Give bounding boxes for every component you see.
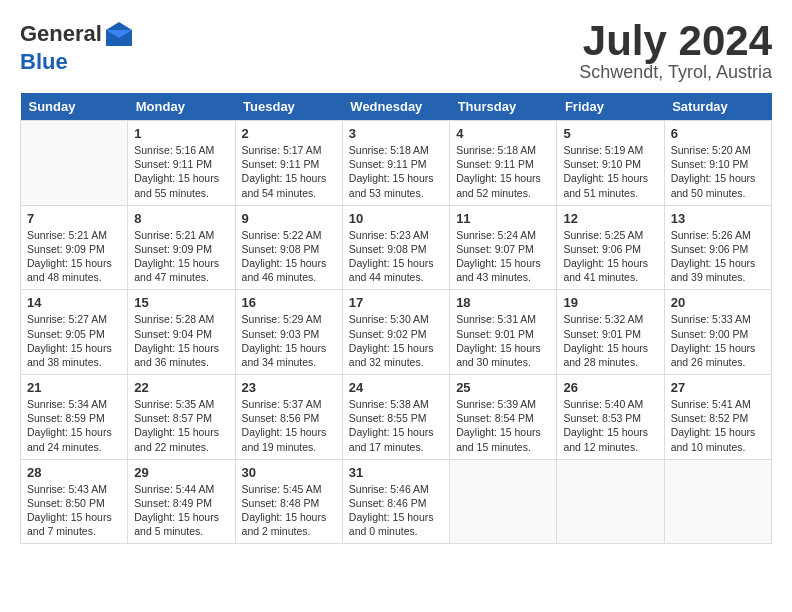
location-text: Schwendt, Tyrol, Austria [579,62,772,83]
table-row: 6Sunrise: 5:20 AMSunset: 9:10 PMDaylight… [664,121,771,206]
day-number: 16 [242,295,336,310]
col-saturday: Saturday [664,93,771,121]
calendar-header-row: Sunday Monday Tuesday Wednesday Thursday… [21,93,772,121]
table-row: 5Sunrise: 5:19 AMSunset: 9:10 PMDaylight… [557,121,664,206]
day-info: Sunrise: 5:27 AMSunset: 9:05 PMDaylight:… [27,312,121,369]
col-wednesday: Wednesday [342,93,449,121]
day-info: Sunrise: 5:25 AMSunset: 9:06 PMDaylight:… [563,228,657,285]
day-number: 12 [563,211,657,226]
day-info: Sunrise: 5:32 AMSunset: 9:01 PMDaylight:… [563,312,657,369]
day-info: Sunrise: 5:30 AMSunset: 9:02 PMDaylight:… [349,312,443,369]
page-header: General Blue July 2024 Schwendt, Tyrol, … [20,20,772,83]
table-row [557,459,664,544]
table-row: 27Sunrise: 5:41 AMSunset: 8:52 PMDayligh… [664,375,771,460]
day-info: Sunrise: 5:21 AMSunset: 9:09 PMDaylight:… [27,228,121,285]
table-row: 25Sunrise: 5:39 AMSunset: 8:54 PMDayligh… [450,375,557,460]
day-info: Sunrise: 5:28 AMSunset: 9:04 PMDaylight:… [134,312,228,369]
col-thursday: Thursday [450,93,557,121]
day-number: 3 [349,126,443,141]
day-info: Sunrise: 5:22 AMSunset: 9:08 PMDaylight:… [242,228,336,285]
day-number: 14 [27,295,121,310]
day-info: Sunrise: 5:45 AMSunset: 8:48 PMDaylight:… [242,482,336,539]
day-info: Sunrise: 5:35 AMSunset: 8:57 PMDaylight:… [134,397,228,454]
day-number: 6 [671,126,765,141]
day-number: 18 [456,295,550,310]
table-row: 31Sunrise: 5:46 AMSunset: 8:46 PMDayligh… [342,459,449,544]
day-info: Sunrise: 5:31 AMSunset: 9:01 PMDaylight:… [456,312,550,369]
day-number: 28 [27,465,121,480]
day-info: Sunrise: 5:20 AMSunset: 9:10 PMDaylight:… [671,143,765,200]
day-info: Sunrise: 5:26 AMSunset: 9:06 PMDaylight:… [671,228,765,285]
day-number: 25 [456,380,550,395]
col-tuesday: Tuesday [235,93,342,121]
table-row: 23Sunrise: 5:37 AMSunset: 8:56 PMDayligh… [235,375,342,460]
table-row: 28Sunrise: 5:43 AMSunset: 8:50 PMDayligh… [21,459,128,544]
table-row: 12Sunrise: 5:25 AMSunset: 9:06 PMDayligh… [557,205,664,290]
day-info: Sunrise: 5:40 AMSunset: 8:53 PMDaylight:… [563,397,657,454]
day-info: Sunrise: 5:23 AMSunset: 9:08 PMDaylight:… [349,228,443,285]
day-info: Sunrise: 5:16 AMSunset: 9:11 PMDaylight:… [134,143,228,200]
day-info: Sunrise: 5:43 AMSunset: 8:50 PMDaylight:… [27,482,121,539]
day-info: Sunrise: 5:41 AMSunset: 8:52 PMDaylight:… [671,397,765,454]
day-number: 2 [242,126,336,141]
col-sunday: Sunday [21,93,128,121]
day-number: 5 [563,126,657,141]
day-number: 15 [134,295,228,310]
day-number: 7 [27,211,121,226]
day-info: Sunrise: 5:18 AMSunset: 9:11 PMDaylight:… [349,143,443,200]
calendar-table: Sunday Monday Tuesday Wednesday Thursday… [20,93,772,544]
table-row: 22Sunrise: 5:35 AMSunset: 8:57 PMDayligh… [128,375,235,460]
day-number: 23 [242,380,336,395]
logo-blue-text: Blue [20,50,136,74]
title-block: July 2024 Schwendt, Tyrol, Austria [579,20,772,83]
day-info: Sunrise: 5:38 AMSunset: 8:55 PMDaylight:… [349,397,443,454]
day-info: Sunrise: 5:21 AMSunset: 9:09 PMDaylight:… [134,228,228,285]
calendar-week-row: 21Sunrise: 5:34 AMSunset: 8:59 PMDayligh… [21,375,772,460]
table-row [450,459,557,544]
day-number: 29 [134,465,228,480]
day-info: Sunrise: 5:17 AMSunset: 9:11 PMDaylight:… [242,143,336,200]
table-row: 17Sunrise: 5:30 AMSunset: 9:02 PMDayligh… [342,290,449,375]
day-info: Sunrise: 5:19 AMSunset: 9:10 PMDaylight:… [563,143,657,200]
table-row: 2Sunrise: 5:17 AMSunset: 9:11 PMDaylight… [235,121,342,206]
calendar-week-row: 14Sunrise: 5:27 AMSunset: 9:05 PMDayligh… [21,290,772,375]
day-number: 17 [349,295,443,310]
day-info: Sunrise: 5:37 AMSunset: 8:56 PMDaylight:… [242,397,336,454]
table-row: 13Sunrise: 5:26 AMSunset: 9:06 PMDayligh… [664,205,771,290]
day-info: Sunrise: 5:24 AMSunset: 9:07 PMDaylight:… [456,228,550,285]
day-number: 21 [27,380,121,395]
day-number: 22 [134,380,228,395]
logo-general-text: General [20,21,102,46]
day-number: 8 [134,211,228,226]
table-row: 15Sunrise: 5:28 AMSunset: 9:04 PMDayligh… [128,290,235,375]
col-monday: Monday [128,93,235,121]
day-number: 9 [242,211,336,226]
col-friday: Friday [557,93,664,121]
day-info: Sunrise: 5:39 AMSunset: 8:54 PMDaylight:… [456,397,550,454]
table-row: 3Sunrise: 5:18 AMSunset: 9:11 PMDaylight… [342,121,449,206]
logo: General Blue [20,20,136,74]
day-number: 13 [671,211,765,226]
day-info: Sunrise: 5:29 AMSunset: 9:03 PMDaylight:… [242,312,336,369]
day-info: Sunrise: 5:44 AMSunset: 8:49 PMDaylight:… [134,482,228,539]
calendar-week-row: 7Sunrise: 5:21 AMSunset: 9:09 PMDaylight… [21,205,772,290]
day-number: 20 [671,295,765,310]
table-row: 8Sunrise: 5:21 AMSunset: 9:09 PMDaylight… [128,205,235,290]
month-title: July 2024 [579,20,772,62]
day-number: 11 [456,211,550,226]
day-info: Sunrise: 5:33 AMSunset: 9:00 PMDaylight:… [671,312,765,369]
table-row: 20Sunrise: 5:33 AMSunset: 9:00 PMDayligh… [664,290,771,375]
calendar-week-row: 1Sunrise: 5:16 AMSunset: 9:11 PMDaylight… [21,121,772,206]
table-row: 9Sunrise: 5:22 AMSunset: 9:08 PMDaylight… [235,205,342,290]
day-info: Sunrise: 5:34 AMSunset: 8:59 PMDaylight:… [27,397,121,454]
table-row: 10Sunrise: 5:23 AMSunset: 9:08 PMDayligh… [342,205,449,290]
day-info: Sunrise: 5:18 AMSunset: 9:11 PMDaylight:… [456,143,550,200]
calendar-week-row: 28Sunrise: 5:43 AMSunset: 8:50 PMDayligh… [21,459,772,544]
table-row: 24Sunrise: 5:38 AMSunset: 8:55 PMDayligh… [342,375,449,460]
table-row: 29Sunrise: 5:44 AMSunset: 8:49 PMDayligh… [128,459,235,544]
table-row: 14Sunrise: 5:27 AMSunset: 9:05 PMDayligh… [21,290,128,375]
day-number: 26 [563,380,657,395]
table-row: 21Sunrise: 5:34 AMSunset: 8:59 PMDayligh… [21,375,128,460]
table-row: 7Sunrise: 5:21 AMSunset: 9:09 PMDaylight… [21,205,128,290]
day-info: Sunrise: 5:46 AMSunset: 8:46 PMDaylight:… [349,482,443,539]
